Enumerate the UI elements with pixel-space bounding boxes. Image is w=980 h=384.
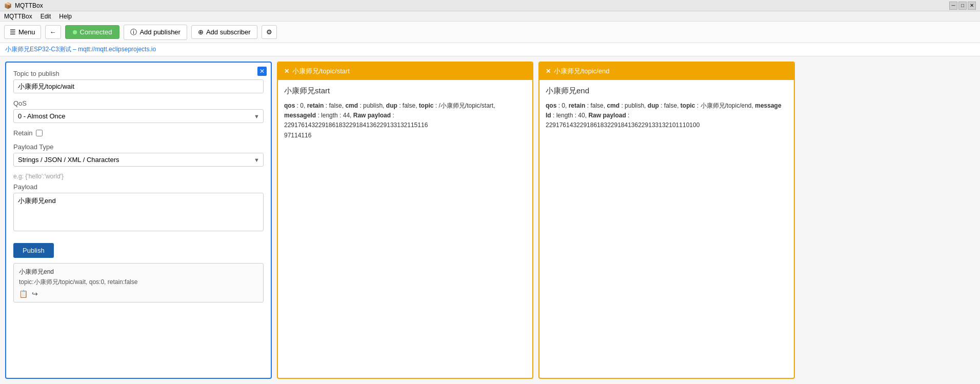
- subscriber-body-0: 小康师兄start qos : 0, retain : false, cmd :…: [278, 80, 532, 378]
- menu-item-help[interactable]: Help: [59, 13, 72, 20]
- title-bar: 📦 MQTTBox ─ □ ✕: [0, 0, 980, 11]
- subscriber-header-1: ✕ 小康师兄/topic/end: [539, 63, 794, 80]
- payload-hint: e.g: {'hello':'world'}: [13, 173, 264, 180]
- settings-icon: ⚙: [266, 28, 272, 36]
- menu-item-edit[interactable]: Edit: [41, 13, 51, 20]
- main-content: ✕ Topic to publish QoS 0 - Almost Once 1…: [0, 56, 980, 384]
- minimize-button[interactable]: ─: [949, 2, 957, 10]
- add-subscriber-icon: ⊕: [198, 28, 204, 36]
- connected-label: Connected: [80, 28, 112, 36]
- add-subscriber-button[interactable]: ⊕ Add subscriber: [191, 25, 257, 39]
- app-icon: 📦: [4, 2, 12, 9]
- breadcrumb-link[interactable]: 小康师兄ESP32-C3测试 – mqtt://mqtt.eclipseproj…: [5, 46, 156, 53]
- qos-select[interactable]: 0 - Almost Once 1 - At Least Once 2 - Ex…: [13, 109, 264, 123]
- subscriber-topic-0: 小康师兄/topic/start: [292, 67, 350, 76]
- retain-row: Retain: [13, 129, 264, 137]
- toolbar: ☰ Menu ← Connected ⓘ Add publisher ⊕ Add…: [0, 22, 980, 43]
- publisher-close-button[interactable]: ✕: [257, 67, 267, 76]
- subscriber-close-1[interactable]: ✕: [546, 68, 551, 75]
- copy-icon[interactable]: 📋: [19, 290, 28, 298]
- subscriber-panel-0: ✕ 小康师兄/topic/start 小康师兄start qos : 0, re…: [277, 62, 533, 379]
- payload-label: Payload: [13, 183, 264, 191]
- restore-button[interactable]: □: [958, 2, 967, 10]
- payload-group: Payload 小康师兄end: [13, 183, 264, 233]
- topic-group: Topic to publish: [13, 70, 264, 93]
- app-title: MQTTBox: [15, 2, 43, 9]
- payload-type-select-wrapper: Strings / JSON / XML / Characters ▼: [13, 153, 264, 167]
- settings-button[interactable]: ⚙: [262, 25, 277, 39]
- add-publisher-icon: ⓘ: [130, 28, 137, 37]
- history-payload-text: 小康师兄end: [19, 268, 258, 276]
- qos-group: QoS 0 - Almost Once 1 - At Least Once 2 …: [13, 99, 264, 123]
- retain-label: Retain: [13, 129, 33, 137]
- close-button[interactable]: ✕: [968, 2, 976, 10]
- add-publisher-button[interactable]: ⓘ Add publisher: [124, 25, 187, 40]
- qos-select-wrapper: 0 - Almost Once 1 - At Least Once 2 - Ex…: [13, 109, 264, 123]
- payload-type-label: Payload Type: [13, 143, 264, 151]
- history-icons-row: 📋 ↪: [19, 290, 258, 298]
- topic-input[interactable]: [13, 79, 264, 93]
- subscriber-data-1: qos : 0, retain : false, cmd : publish, …: [546, 101, 788, 131]
- retain-checkbox[interactable]: [36, 130, 43, 136]
- breadcrumb: 小康师兄ESP32-C3测试 – mqtt://mqtt.eclipseproj…: [0, 43, 980, 56]
- payload-type-select[interactable]: Strings / JSON / XML / Characters: [13, 153, 264, 167]
- subscriber-title-0: 小康师兄start: [284, 86, 526, 96]
- subscriber-panel-1: ✕ 小康师兄/topic/end 小康师兄end qos : 0, retain…: [538, 62, 795, 379]
- publisher-panel: ✕ Topic to publish QoS 0 - Almost Once 1…: [5, 62, 272, 379]
- back-button[interactable]: ←: [45, 25, 61, 39]
- subscriber-header-0: ✕ 小康师兄/topic/start: [278, 63, 532, 80]
- subscribers-area: ✕ 小康师兄/topic/start 小康师兄start qos : 0, re…: [272, 62, 975, 379]
- subscriber-title-1: 小康师兄end: [546, 86, 788, 96]
- history-panel: 小康师兄end topic:小康师兄/topic/wait, qos:0, re…: [13, 263, 264, 302]
- add-publisher-label: Add publisher: [139, 28, 181, 36]
- menu-bar: MQTTBox Edit Help: [0, 11, 980, 22]
- menu-button[interactable]: ☰ Menu: [4, 25, 41, 39]
- subscriber-data-0: qos : 0, retain : false, cmd : publish, …: [284, 101, 526, 140]
- subscriber-close-0[interactable]: ✕: [284, 68, 289, 75]
- history-meta-text: topic:小康师兄/topic/wait, qos:0, retain:fal…: [19, 278, 258, 287]
- qos-label: QoS: [13, 99, 264, 107]
- back-icon: ←: [50, 28, 56, 36]
- resend-icon[interactable]: ↪: [32, 290, 38, 298]
- topic-label: Topic to publish: [13, 70, 264, 77]
- add-subscriber-label: Add subscriber: [206, 28, 251, 36]
- menu-item-mqttbox[interactable]: MQTTBox: [4, 13, 32, 20]
- connection-dot: [73, 30, 77, 34]
- menu-label: Menu: [18, 28, 35, 36]
- hamburger-icon: ☰: [10, 28, 16, 36]
- subscriber-topic-1: 小康师兄/topic/end: [554, 67, 609, 76]
- subscriber-body-1: 小康师兄end qos : 0, retain : false, cmd : p…: [539, 80, 794, 378]
- payload-textarea[interactable]: 小康师兄end: [13, 193, 264, 231]
- publish-button[interactable]: Publish: [13, 243, 54, 258]
- connected-button[interactable]: Connected: [65, 25, 120, 39]
- payload-type-group: Payload Type Strings / JSON / XML / Char…: [13, 143, 264, 167]
